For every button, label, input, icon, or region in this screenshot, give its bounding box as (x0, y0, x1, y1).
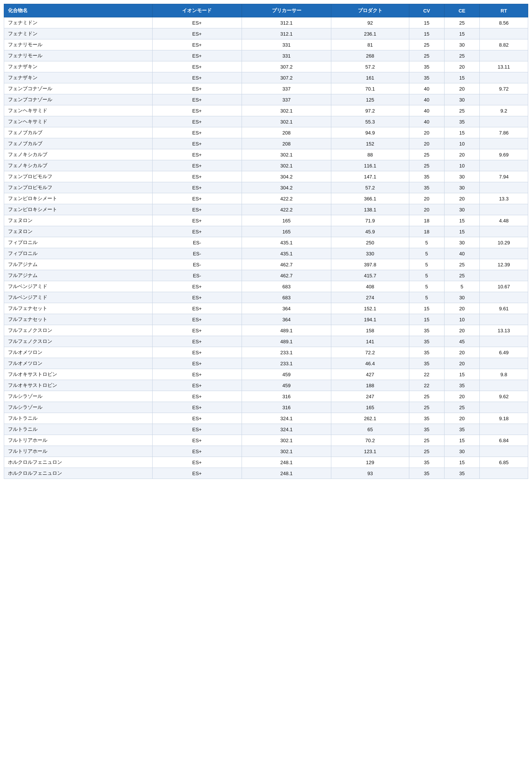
table-row: フィプロニルES-435.1330540 (4, 248, 528, 259)
cell-r32-c6: 9.8 (480, 369, 528, 380)
cell-r1-c6 (480, 28, 528, 39)
cell-r3-c1: ES+ (152, 50, 242, 61)
cell-r29-c6 (480, 336, 528, 347)
cell-r15-c3: 57.2 (331, 182, 409, 193)
table-row: フルシラゾールES+31624725209.62 (4, 391, 528, 402)
cell-r13-c3: 116.1 (331, 160, 409, 171)
table-row: フルフェナセットES+364194.11510 (4, 314, 528, 325)
cell-r39-c2: 302.1 (242, 446, 331, 457)
cell-r10-c5: 15 (444, 127, 479, 138)
cell-r25-c3: 274 (331, 292, 409, 303)
table-row: フルアジナムES-462.7415.7525 (4, 270, 528, 281)
cell-r34-c6: 9.62 (480, 391, 528, 402)
cell-r32-c1: ES+ (152, 369, 242, 380)
cell-r22-c6: 12.39 (480, 259, 528, 270)
cell-r38-c6: 6.84 (480, 435, 528, 446)
cell-r5-c3: 161 (331, 72, 409, 83)
cell-r17-c4: 20 (409, 204, 444, 215)
cell-r37-c0: フルトラニル (4, 424, 153, 435)
cell-r28-c0: フルフェノクスロン (4, 325, 153, 336)
table-row: フルトリアホールES+302.170.225156.84 (4, 435, 528, 446)
cell-r24-c6: 10.67 (480, 281, 528, 292)
cell-r36-c0: フルトラニル (4, 413, 153, 424)
cell-r0-c3: 92 (331, 17, 409, 28)
cell-r37-c6 (480, 424, 528, 435)
cell-r0-c2: 312.1 (242, 17, 331, 28)
cell-r28-c1: ES+ (152, 325, 242, 336)
cell-r30-c3: 72.2 (331, 347, 409, 358)
cell-r9-c3: 55.3 (331, 116, 409, 127)
cell-r23-c2: 462.7 (242, 270, 331, 281)
cell-r11-c3: 152 (331, 138, 409, 149)
cell-r30-c2: 233.1 (242, 347, 331, 358)
cell-r24-c4: 5 (409, 281, 444, 292)
cell-r27-c4: 15 (409, 314, 444, 325)
cell-r22-c3: 397.8 (331, 259, 409, 270)
cell-r26-c0: フルフェナセット (4, 303, 153, 314)
cell-r8-c3: 97.2 (331, 105, 409, 116)
table-row: フェンヘキサミドES+302.155.34035 (4, 116, 528, 127)
cell-r37-c1: ES+ (152, 424, 242, 435)
cell-r18-c6: 4.48 (480, 215, 528, 226)
cell-r8-c4: 40 (409, 105, 444, 116)
cell-r39-c5: 30 (444, 446, 479, 457)
cell-r21-c4: 5 (409, 248, 444, 259)
cell-r14-c0: フェンプロピモルフ (4, 171, 153, 182)
cell-r27-c6 (480, 314, 528, 325)
cell-r6-c0: フェンブコナゾール (4, 83, 153, 94)
cell-r34-c4: 25 (409, 391, 444, 402)
cell-r4-c2: 307.2 (242, 61, 331, 72)
cell-r22-c5: 25 (444, 259, 479, 270)
table-row: フェンピロキシメートES+422.2138.12030 (4, 204, 528, 215)
cell-r7-c4: 40 (409, 94, 444, 105)
cell-r29-c4: 35 (409, 336, 444, 347)
cell-r1-c2: 312.1 (242, 28, 331, 39)
cell-r38-c3: 70.2 (331, 435, 409, 446)
column-header-2: プリカーサー (242, 4, 331, 17)
table-row: フェンプロピモルフES+304.257.23530 (4, 182, 528, 193)
cell-r9-c0: フェンヘキサミド (4, 116, 153, 127)
cell-r32-c0: フルオキサストロビン (4, 369, 153, 380)
cell-r4-c0: フェナザキン (4, 61, 153, 72)
cell-r34-c3: 247 (331, 391, 409, 402)
cell-r38-c5: 15 (444, 435, 479, 446)
cell-r13-c0: フェノキシカルブ (4, 160, 153, 171)
cell-r18-c2: 165 (242, 215, 331, 226)
cell-r36-c5: 20 (444, 413, 479, 424)
column-header-5: CE (444, 4, 479, 17)
table-row: フルアジナムES-462.7397.852512.39 (4, 259, 528, 270)
table-row: フェナザキンES+307.21613515 (4, 72, 528, 83)
cell-r20-c4: 5 (409, 237, 444, 248)
cell-r14-c2: 304.2 (242, 171, 331, 182)
cell-r8-c0: フェンヘキサミド (4, 105, 153, 116)
cell-r2-c6: 8.82 (480, 39, 528, 50)
cell-r6-c3: 70.1 (331, 83, 409, 94)
table-row: フルフェノクスロンES+489.11413545 (4, 336, 528, 347)
cell-r17-c3: 138.1 (331, 204, 409, 215)
cell-r25-c4: 5 (409, 292, 444, 303)
table-row: フェンブコナゾールES+33770.140209.72 (4, 83, 528, 94)
cell-r32-c2: 459 (242, 369, 331, 380)
cell-r24-c0: フルベンジアミド (4, 281, 153, 292)
cell-r7-c3: 125 (331, 94, 409, 105)
cell-r31-c3: 46.4 (331, 358, 409, 369)
column-header-0: 化合物名 (4, 4, 153, 17)
table-row: フェナザキンES+307.257.2352013.11 (4, 61, 528, 72)
cell-r10-c6: 7.86 (480, 127, 528, 138)
cell-r0-c1: ES+ (152, 17, 242, 28)
table-row: フェナリモールES+3318125308.82 (4, 39, 528, 50)
table-row: フルオメツロンES+233.146.43520 (4, 358, 528, 369)
cell-r12-c1: ES+ (152, 149, 242, 160)
cell-r31-c0: フルオメツロン (4, 358, 153, 369)
cell-r29-c2: 489.1 (242, 336, 331, 347)
cell-r39-c3: 123.1 (331, 446, 409, 457)
cell-r0-c4: 15 (409, 17, 444, 28)
cell-r23-c1: ES- (152, 270, 242, 281)
table-row: フルフェナセットES+364152.115209.61 (4, 303, 528, 314)
table-row: フルトラニルES+324.1653535 (4, 424, 528, 435)
cell-r11-c0: フェノブカルブ (4, 138, 153, 149)
cell-r26-c4: 15 (409, 303, 444, 314)
cell-r17-c5: 30 (444, 204, 479, 215)
table-row: フェンプロピモルフES+304.2147.135307.94 (4, 171, 528, 182)
cell-r29-c0: フルフェノクスロン (4, 336, 153, 347)
